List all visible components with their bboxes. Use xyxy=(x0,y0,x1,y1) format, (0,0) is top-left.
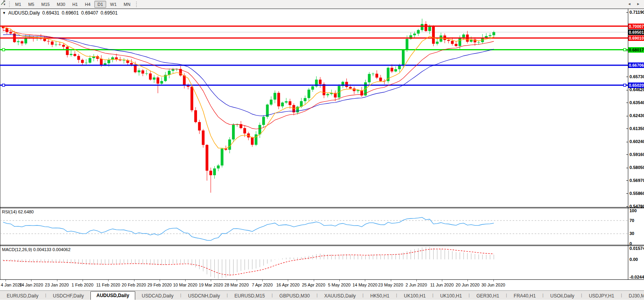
time-axis-tick-mark xyxy=(31,280,31,281)
chart-tab-dj30-m15[interactable]: DJ30,M15 xyxy=(622,292,644,300)
timeframe-button-d1[interactable]: D1 xyxy=(94,1,106,8)
toolbar-grip xyxy=(136,2,137,7)
time-axis-tick-mark xyxy=(416,280,417,281)
line-handle[interactable] xyxy=(624,49,626,51)
chart-tab-fra40-h1[interactable]: FRA40,H1 xyxy=(507,292,543,300)
time-axis-tick-mark xyxy=(339,280,340,281)
chart-tab-bar: EURUSD,Daily|USDCHF,DailyAUDUSD,DailyUSD… xyxy=(0,290,644,300)
fast-ma-line xyxy=(3,27,494,149)
ohlc-open-value: 0.69431 xyxy=(42,10,59,16)
ohlc-low-value: 0.69407 xyxy=(81,10,98,16)
chart-tab-uk100-h1[interactable]: UK100,H1 xyxy=(397,292,432,300)
chart-tab-xauusd-daily[interactable]: XAUUSD,Daily xyxy=(318,292,362,300)
time-axis-tick-mark xyxy=(493,280,494,281)
time-axis-tick-mark xyxy=(442,280,442,281)
chart-tab-uk100-h1[interactable]: UK100,H1 xyxy=(433,292,468,300)
time-axis-tick-mark xyxy=(391,280,391,281)
chart-tab-hk50-h1[interactable]: HK50,H1 xyxy=(364,292,396,300)
draw-tool-icon xyxy=(0,0,6,6)
time-axis-tick-mark xyxy=(467,280,468,281)
ohlc-high-value: 0.69601 xyxy=(62,10,79,16)
time-axis-label: 1 Feb 2020 xyxy=(72,283,94,287)
time-axis-tick-mark xyxy=(365,280,365,281)
time-axis-label: 16 Apr 2020 xyxy=(276,283,300,287)
time-axis-label: 2 Jun 2020 xyxy=(406,283,427,287)
chart-tab-audusd-daily[interactable]: AUDUSD,Daily xyxy=(90,291,135,300)
timeframe-button-m5[interactable]: M5 xyxy=(25,1,37,8)
chart-symbol-label: AUDUSD,Daily xyxy=(8,10,40,16)
time-axis-tick-mark xyxy=(6,280,6,281)
time-axis-label: 30 Jun 2020 xyxy=(481,283,505,287)
toolbar-grip xyxy=(9,2,10,7)
scroll-tabs-right-icon[interactable]: ► xyxy=(637,2,640,6)
time-axis-label: 11 Feb 2020 xyxy=(96,283,120,287)
rsi-indicator-label: RSI(14) 62.6480 xyxy=(2,209,34,214)
chart-tab-usdcad-daily[interactable]: USDCAD,Daily xyxy=(135,292,180,300)
time-axis-tick-mark xyxy=(57,280,57,281)
line-handle[interactable] xyxy=(2,49,5,51)
time-axis-label: 28 Mar 2020 xyxy=(224,283,249,287)
time-axis-label: 14 May 2020 xyxy=(352,283,377,287)
macd-signal-value: 0.004062 xyxy=(52,247,70,252)
tab-scroll-controls: ◄ ► xyxy=(627,2,640,6)
timeframe-button-w1[interactable]: W1 xyxy=(107,1,120,8)
draw-tool-button[interactable]: ▾ xyxy=(0,0,7,8)
time-axis-label: 20 Jun 2020 xyxy=(456,283,480,287)
time-axis-label: 7 Apr 2020 xyxy=(252,283,272,287)
time-axis-label: 23 May 2020 xyxy=(378,283,403,287)
timeframe-button-m1[interactable]: M1 xyxy=(12,1,24,8)
trading-platform-window: ▾ M1M5M15M30H1H4D1W1MN ▼ AUDUSD,Daily 0.… xyxy=(0,0,644,301)
timeframe-toolbar: ▾ M1M5M15M30H1H4D1W1MN xyxy=(0,0,644,9)
time-axis-label: 19 Mar 2020 xyxy=(199,283,223,287)
chart-tab-ger30-h1[interactable]: GER30,H1 xyxy=(470,292,506,300)
timeframe-button-h4[interactable]: H4 xyxy=(82,1,94,8)
chart-plot xyxy=(0,9,644,280)
time-axis-label: 29 Feb 2020 xyxy=(147,283,172,287)
ohlc-close-value: 0.69501 xyxy=(101,10,118,16)
timeframe-button-h1[interactable]: H1 xyxy=(69,1,81,8)
macd-value: 0.004133 xyxy=(33,247,51,252)
chart-tab-usoil-daily[interactable]: USOil,Daily xyxy=(543,292,581,300)
line-handle[interactable] xyxy=(624,84,626,86)
macd-panel xyxy=(3,247,494,279)
timeframe-button-m15[interactable]: M15 xyxy=(38,1,53,8)
chart-title-bar: ▼ AUDUSD,Daily 0.69431 0.69601 0.69407 0… xyxy=(2,10,118,16)
time-axis-label: 25 Apr 2020 xyxy=(302,283,325,287)
time-axis-tick-mark xyxy=(160,280,160,281)
chart-tab-usdcnh-daily[interactable]: USDCNH,Daily xyxy=(181,292,226,300)
chart-tab-eurusd-m15[interactable]: EURUSD,M15 xyxy=(228,292,271,300)
time-axis-tick-mark xyxy=(108,280,109,281)
time-axis-label: 14 Jan 2020 xyxy=(19,283,43,287)
macd-indicator-label: MACD(12,26,9) 0.004133 0.004062 xyxy=(2,247,70,252)
time-axis-label: 5 May 2020 xyxy=(328,283,350,287)
time-axis-tick-mark xyxy=(237,280,237,281)
candles-layer xyxy=(2,19,495,193)
time-axis-label: 10 Mar 2020 xyxy=(173,283,197,287)
chart-window: ▼ AUDUSD,Daily 0.69431 0.69601 0.69407 0… xyxy=(0,9,644,280)
timeframe-button-group: M1M5M15M30H1H4D1W1MN xyxy=(12,0,134,8)
time-axis-tick-mark xyxy=(185,280,186,281)
collapse-chart-icon[interactable]: ▼ xyxy=(2,11,6,15)
rsi-panel xyxy=(0,217,628,240)
chart-tab-usdchf-daily[interactable]: USDCHF,Daily xyxy=(46,292,91,300)
chart-tab-eurusd-daily[interactable]: EURUSD,Daily xyxy=(0,292,45,300)
rsi-value: 62.6480 xyxy=(18,209,34,214)
line-handle[interactable] xyxy=(2,84,5,86)
scroll-tabs-left-icon[interactable]: ◄ xyxy=(627,2,631,6)
time-axis-tick-mark xyxy=(314,280,314,281)
timeframe-button-m30[interactable]: M30 xyxy=(54,1,68,8)
time-axis: 4 Jan 202014 Jan 202023 Jan 20201 Feb 20… xyxy=(0,280,644,290)
time-axis-label: 20 Feb 2020 xyxy=(122,283,146,287)
timeframe-button-mn[interactable]: MN xyxy=(121,1,134,8)
time-axis-label: 23 Jan 2020 xyxy=(45,283,69,287)
time-axis-tick-mark xyxy=(83,280,83,281)
chart-tab-gbpusd-m30[interactable]: GBPUSD,M30 xyxy=(273,292,316,300)
slow-ma-line xyxy=(3,35,494,116)
medium-ma-line xyxy=(3,31,494,129)
moving-averages-layer xyxy=(3,27,494,149)
time-axis-label: 11 Jun 2020 xyxy=(430,283,454,287)
chart-tab-usdjpy-h1[interactable]: USDJPY,H1 xyxy=(582,292,621,300)
time-axis-tick-mark xyxy=(134,280,134,281)
rsi-line xyxy=(3,217,494,240)
time-axis-tick-mark xyxy=(211,280,211,281)
